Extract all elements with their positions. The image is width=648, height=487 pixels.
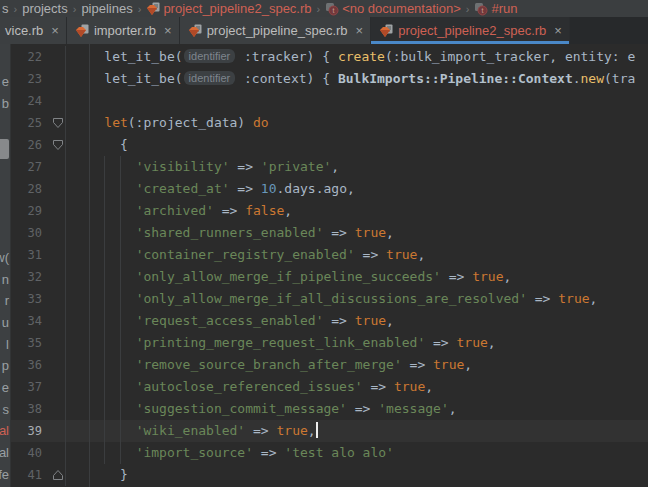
code-line-text[interactable]: 'only_allow_merge_if_all_discussions_are… bbox=[66, 288, 648, 310]
code-line[interactable]: 24 bbox=[0, 90, 648, 112]
breadcrumb-item-project-pipeline2-spec-rb[interactable]: project_pipeline2_spec.rb bbox=[146, 1, 311, 16]
code-line-text[interactable]: 'remove_source_branch_after_merge' => tr… bbox=[66, 354, 648, 376]
code-line[interactable]: 37 'autoclose_referenced_issues' => true… bbox=[0, 376, 648, 398]
code-token: (:project_data) bbox=[128, 115, 253, 130]
close-icon[interactable]: × bbox=[356, 23, 364, 38]
breadcrumb-item-s[interactable]: s bbox=[2, 1, 9, 16]
code-token: 'test alo alo' bbox=[284, 445, 394, 460]
code-line-text[interactable]: 'request_access_enabled' => true, bbox=[66, 310, 648, 332]
tree-item-fragment[interactable]: al bbox=[0, 445, 9, 460]
code-line[interactable]: 26 { bbox=[0, 134, 648, 156]
code-token: => bbox=[425, 335, 456, 350]
gutter-fold-column bbox=[42, 420, 66, 442]
tree-item-fragment[interactable]: r bbox=[5, 293, 9, 308]
tree-item-fragment[interactable]: p bbox=[2, 358, 9, 373]
code-line-text[interactable]: 'printing_merge_request_link_enabled' =>… bbox=[66, 332, 648, 354]
code-line-text[interactable]: } bbox=[66, 464, 648, 486]
code-token: BulkImports::Pipeline::Context bbox=[338, 71, 573, 86]
chevron-separator-icon: › bbox=[466, 3, 470, 15]
code-line[interactable]: 41 } bbox=[0, 464, 648, 486]
code-line-text[interactable]: let_it_be(identifier :context) { BulkImp… bbox=[66, 68, 648, 90]
close-icon[interactable]: × bbox=[51, 23, 59, 38]
tab-vice-rb[interactable]: vice.rb× bbox=[0, 17, 67, 44]
code-line[interactable]: 34 'request_access_enabled' => true, bbox=[0, 310, 648, 332]
code-line-text[interactable]: let_it_be(identifier :tracker) { create(… bbox=[66, 46, 648, 68]
code-token: 'only_allow_merge_if_all_discussions_are… bbox=[136, 291, 527, 306]
chevron-separator-icon: › bbox=[317, 3, 321, 15]
code-line-text[interactable]: 'created_at' => 10.days.ago, bbox=[66, 178, 648, 200]
breadcrumb-item-pipelines[interactable]: pipelines bbox=[81, 1, 132, 16]
breadcrumb-item--no-documentation-[interactable]: t<no documentation> bbox=[325, 1, 461, 16]
code-token: , bbox=[284, 203, 292, 218]
code-line[interactable]: 22 let_it_be(identifier :tracker) { crea… bbox=[0, 46, 648, 68]
close-icon[interactable]: × bbox=[164, 23, 172, 38]
tree-scrollbar-thumb[interactable] bbox=[0, 139, 9, 159]
code-line[interactable]: 40 'import_source' => 'test alo alo' bbox=[0, 442, 648, 464]
code-token bbox=[73, 159, 136, 174]
code-line[interactable]: 32 'only_allow_merge_if_pipeline_succeed… bbox=[0, 266, 648, 288]
breadcrumb-item-projects[interactable]: projects bbox=[22, 1, 68, 16]
tree-item-fragment[interactable]: n bbox=[2, 272, 9, 287]
code-token: , bbox=[386, 313, 394, 328]
code-line[interactable]: 25 let(:project_data) do bbox=[0, 112, 648, 134]
code-line[interactable]: 31 'container_registry_enabled' => true, bbox=[0, 244, 648, 266]
code-line[interactable]: 27 'visibility' => 'private', bbox=[0, 156, 648, 178]
tab-importer-rb[interactable]: importer.rb× bbox=[67, 17, 180, 44]
code-token bbox=[73, 313, 136, 328]
code-token: { bbox=[73, 137, 128, 152]
code-token bbox=[73, 247, 136, 262]
code-line[interactable]: 33 'only_allow_merge_if_all_discussions_… bbox=[0, 288, 648, 310]
breadcrumb-item--run[interactable]: t#run bbox=[474, 1, 517, 16]
code-line-text[interactable]: 'import_source' => 'test alo alo' bbox=[66, 442, 648, 464]
breadcrumb: s›projects›pipelines›project_pipeline2_s… bbox=[0, 0, 648, 17]
code-token: => bbox=[402, 357, 433, 372]
code-line[interactable]: 23 let_it_be(identifier :context) { Bulk… bbox=[0, 68, 648, 90]
tree-item-fragment[interactable]: l bbox=[6, 337, 9, 352]
code-token: do bbox=[253, 115, 269, 130]
tree-item-fragment[interactable]: w( bbox=[0, 250, 9, 265]
tree-item-fragment[interactable]: b bbox=[2, 96, 9, 111]
code-line-text[interactable]: 'visibility' => 'private', bbox=[66, 156, 648, 178]
ruby-file-icon bbox=[75, 24, 89, 38]
tab-label: vice.rb bbox=[5, 23, 43, 38]
code-token: new bbox=[581, 71, 604, 86]
test-group-icon: t bbox=[325, 2, 339, 16]
code-line[interactable]: 35 'printing_merge_request_link_enabled'… bbox=[0, 332, 648, 354]
code-line-text[interactable]: { bbox=[66, 134, 648, 156]
code-line[interactable]: 29 'archived' => false, bbox=[0, 200, 648, 222]
tab-project-pipeline2-spec-rb[interactable]: project_pipeline2_spec.rb× bbox=[371, 17, 570, 44]
code-line[interactable]: 36 'remove_source_branch_after_merge' =>… bbox=[0, 354, 648, 376]
code-token: 'message' bbox=[378, 401, 448, 416]
tree-item-fragment[interactable]: u bbox=[2, 315, 9, 330]
tree-item-fragment[interactable]: fe bbox=[0, 467, 9, 482]
tab-project-pipeline-spec-rb[interactable]: project_pipeline_spec.rb× bbox=[180, 17, 372, 44]
code-line[interactable]: 30 'shared_runners_enabled' => true, bbox=[0, 222, 648, 244]
code-line[interactable]: 39 'wiki_enabled' => true, bbox=[0, 420, 648, 442]
tree-item-fragment[interactable]: e bbox=[2, 380, 9, 395]
code-line-text[interactable]: 'suggestion_commit_message' => 'message'… bbox=[66, 398, 648, 420]
code-line-text[interactable]: 'wiki_enabled' => true, bbox=[66, 420, 648, 442]
code-token: 'suggestion_commit_message' bbox=[136, 401, 347, 416]
tree-item-fragment[interactable]: e bbox=[2, 74, 9, 89]
code-line-text[interactable]: 'autoclose_referenced_issues' => true, bbox=[66, 376, 648, 398]
tree-item-fragment[interactable]: s bbox=[3, 402, 10, 417]
gutter-fold-column bbox=[42, 46, 66, 68]
code-token: let bbox=[104, 115, 127, 130]
code-line-text[interactable]: 'only_allow_merge_if_pipeline_succeeds' … bbox=[66, 266, 648, 288]
code-token: , bbox=[464, 357, 472, 372]
code-line-text[interactable]: let(:project_data) do bbox=[66, 112, 648, 134]
gutter-fold-column bbox=[42, 68, 66, 90]
code-line[interactable]: 28 'created_at' => 10.days.ago, bbox=[0, 178, 648, 200]
code-line-text[interactable]: 'shared_runners_enabled' => true, bbox=[66, 222, 648, 244]
code-token: , bbox=[488, 335, 496, 350]
code-line-text[interactable]: 'archived' => false, bbox=[66, 200, 648, 222]
code-line-text[interactable]: 'container_registry_enabled' => true, bbox=[66, 244, 648, 266]
code-line[interactable]: 38 'suggestion_commit_message' => 'messa… bbox=[0, 398, 648, 420]
tree-item-fragment[interactable]: al bbox=[0, 423, 9, 438]
code-lines: 22 let_it_be(identifier :tracker) { crea… bbox=[0, 46, 648, 486]
ide-window: s›projects›pipelines›project_pipeline2_s… bbox=[0, 0, 648, 487]
code-token: , bbox=[504, 269, 512, 284]
code-editor[interactable]: 22 let_it_be(identifier :tracker) { crea… bbox=[0, 44, 648, 487]
code-token: , bbox=[308, 423, 316, 438]
close-icon[interactable]: × bbox=[554, 23, 562, 38]
